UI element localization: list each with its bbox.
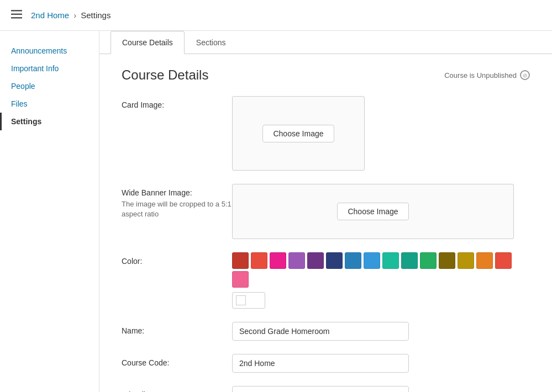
wide-banner-upload-area[interactable]: Choose Image	[232, 184, 514, 239]
color-swatch[interactable]	[364, 252, 380, 269]
friendly-name-input[interactable]	[232, 386, 409, 392]
wide-banner-choose-button[interactable]: Choose Image	[337, 203, 408, 220]
card-image-label: Card Image:	[122, 96, 232, 109]
tab-course-details[interactable]: Course Details	[111, 31, 185, 54]
course-code-input[interactable]	[232, 354, 409, 373]
sidebar-item-settings[interactable]: Settings	[0, 113, 99, 130]
name-field	[232, 322, 530, 341]
course-code-row: Course Code:	[122, 354, 530, 373]
color-swatches	[232, 252, 530, 288]
header: 2nd Home › Settings	[0, 0, 552, 31]
color-row: Color:	[122, 252, 530, 309]
layout: Announcements Important Info People File…	[0, 31, 552, 392]
main-content: Course Details Sections Course Details C…	[99, 31, 552, 392]
color-swatch[interactable]	[251, 252, 267, 269]
color-swatch[interactable]	[458, 252, 474, 269]
sidebar-item-announcements[interactable]: Announcements	[0, 42, 99, 60]
color-swatch[interactable]	[495, 252, 512, 269]
tabs: Course Details Sections	[99, 31, 552, 54]
color-swatch[interactable]	[232, 271, 249, 288]
page-header: Course Details Course is Unpublished ⊘	[122, 67, 530, 83]
color-field	[232, 252, 530, 309]
wide-banner-label: Wide Banner Image:	[122, 188, 232, 197]
content-area: Course Details Course is Unpublished ⊘ C…	[99, 54, 552, 392]
unpublished-badge: Course is Unpublished ⊘	[444, 70, 530, 80]
hamburger-icon[interactable]	[11, 10, 22, 20]
course-code-field	[232, 354, 530, 373]
color-swatch[interactable]	[270, 252, 286, 269]
breadcrumb-current: Settings	[81, 10, 111, 20]
name-label: Name:	[122, 322, 232, 335]
name-input[interactable]	[232, 322, 409, 341]
svg-rect-1	[11, 14, 22, 15]
sidebar-item-people[interactable]: People	[0, 77, 99, 95]
wide-banner-row: Wide Banner Image: The image will be cro…	[122, 184, 530, 239]
friendly-name-label: Friendly Name:	[122, 386, 232, 392]
card-image-upload-area[interactable]: Choose Image	[232, 96, 365, 171]
name-row: Name:	[122, 322, 530, 341]
sidebar-item-files[interactable]: Files	[0, 95, 99, 113]
color-swatch[interactable]	[345, 252, 361, 269]
breadcrumb-home[interactable]: 2nd Home	[31, 10, 69, 20]
svg-rect-2	[11, 17, 22, 19]
color-swatch[interactable]	[326, 252, 343, 269]
color-swatch[interactable]	[288, 252, 305, 269]
sidebar-item-important-info[interactable]: Important Info	[0, 60, 99, 77]
color-swatch[interactable]	[420, 252, 437, 269]
breadcrumb: 2nd Home › Settings	[31, 10, 111, 20]
color-swatch[interactable]	[439, 252, 455, 269]
course-code-label: Course Code:	[122, 354, 232, 367]
wide-banner-field: Choose Image	[232, 184, 530, 239]
unpublished-label: Course is Unpublished	[444, 71, 517, 80]
sidebar: Announcements Important Info People File…	[0, 31, 99, 392]
color-label: Color:	[122, 252, 232, 266]
color-custom-picker[interactable]	[232, 292, 265, 309]
card-image-row: Card Image: Choose Image	[122, 96, 530, 171]
svg-rect-0	[11, 10, 22, 12]
color-swatch[interactable]	[401, 252, 418, 269]
wide-banner-desc: The image will be cropped to a 5:1 aspec…	[122, 199, 232, 219]
tab-sections[interactable]: Sections	[185, 31, 238, 54]
unpublished-icon: ⊘	[520, 70, 530, 80]
wide-banner-label-col: Wide Banner Image: The image will be cro…	[122, 184, 232, 219]
color-swatch[interactable]	[307, 252, 324, 269]
friendly-name-row: Friendly Name: If provided, this name wi…	[122, 386, 530, 392]
card-image-choose-button[interactable]: Choose Image	[262, 125, 334, 142]
color-swatch[interactable]	[476, 252, 493, 269]
color-swatch[interactable]	[232, 252, 249, 269]
breadcrumb-separator: ›	[73, 10, 76, 20]
friendly-name-field: If provided, this name will be used in p…	[232, 386, 530, 392]
color-swatch[interactable]	[382, 252, 399, 269]
color-custom-box	[236, 295, 246, 305]
card-image-field: Choose Image	[232, 96, 530, 171]
page-title: Course Details	[122, 67, 208, 83]
